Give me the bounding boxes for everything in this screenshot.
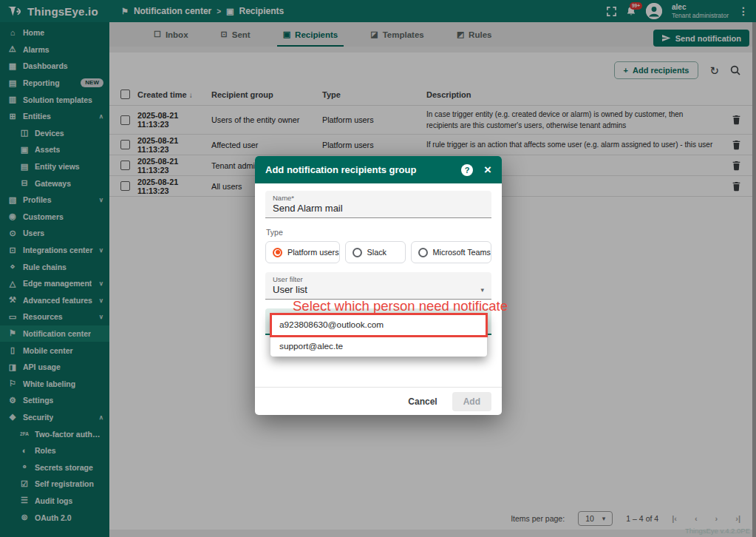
modal-title: Add notification recipients group bbox=[265, 164, 416, 175]
radio-microsoft-teams[interactable]: Microsoft Teams bbox=[411, 241, 491, 263]
help-icon[interactable]: ? bbox=[461, 164, 473, 176]
radio-label: Slack bbox=[367, 248, 386, 257]
radio-slack[interactable]: Slack bbox=[345, 241, 406, 263]
modal-footer: Cancel Add bbox=[255, 387, 502, 415]
user-filter-select[interactable]: User filter User list ▾ bbox=[265, 272, 491, 300]
cancel-button[interactable]: Cancel bbox=[408, 396, 437, 407]
add-recipients-modal: Add notification recipients group ? × Na… bbox=[255, 156, 502, 415]
modal-body: Name* Send Alarm mail Type Platform user… bbox=[255, 183, 502, 335]
dropdown-option-label: support@alec.te bbox=[279, 341, 343, 351]
close-icon[interactable]: × bbox=[484, 163, 491, 176]
radio-label: Platform users bbox=[287, 248, 339, 257]
name-field-label: Name* bbox=[273, 194, 484, 202]
type-label: Type bbox=[266, 228, 491, 237]
type-radio-group: Platform users Slack Microsoft Teams bbox=[265, 241, 491, 263]
user-filter-value: User list bbox=[273, 284, 307, 295]
radio-icon bbox=[273, 248, 282, 257]
chevron-down-icon: ▾ bbox=[480, 286, 484, 294]
radio-platform-users[interactable]: Platform users bbox=[265, 241, 340, 263]
dropdown-option-label: a923808630@outlook.com bbox=[279, 320, 384, 330]
radio-icon bbox=[353, 248, 362, 257]
radio-label: Microsoft Teams bbox=[433, 248, 491, 257]
user-filter-label: User filter bbox=[273, 275, 484, 283]
user-dropdown: a923808630@outlook.com support@alec.te bbox=[270, 314, 487, 357]
name-field-value: Send Alarm mail bbox=[273, 203, 484, 214]
name-field[interactable]: Name* Send Alarm mail bbox=[265, 191, 491, 218]
dropdown-option-2[interactable]: support@alec.te bbox=[270, 335, 487, 357]
dropdown-option-1[interactable]: a923808630@outlook.com bbox=[270, 314, 487, 335]
add-button[interactable]: Add bbox=[452, 392, 491, 411]
radio-icon bbox=[418, 248, 428, 257]
modal-header: Add notification recipients group ? × bbox=[255, 156, 502, 183]
